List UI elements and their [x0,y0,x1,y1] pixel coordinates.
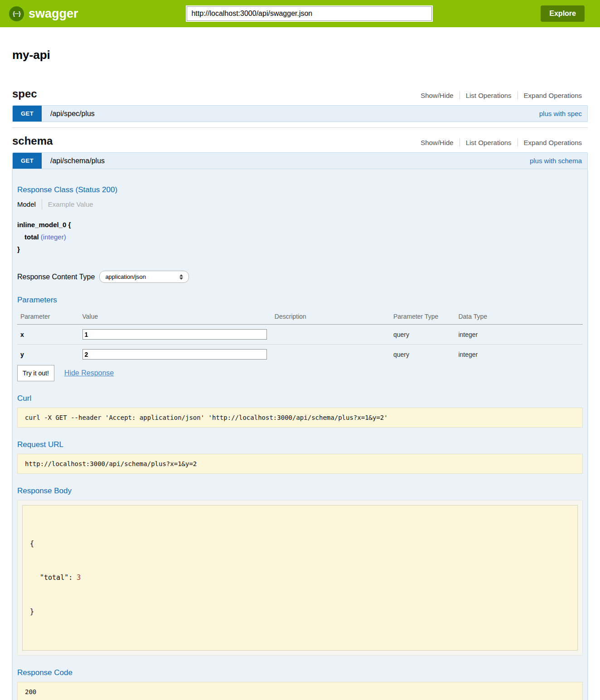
col-value: Value [82,311,275,325]
spec-show-hide-link[interactable]: Show/Hide [421,92,460,99]
schema-operation-path[interactable]: /api/schema/plus [50,157,105,165]
swagger-logo-icon: {···} [9,6,24,21]
get-method-badge: GET [13,106,42,122]
response-content-type-row: Response Content Type application/json [17,271,583,283]
model-tabs: Model Example Value [17,199,583,209]
explore-button[interactable]: Explore [541,5,585,22]
parameter-description [275,325,393,345]
spec-list-operations-link[interactable]: List Operations [460,92,518,99]
json-colon: : [68,574,77,582]
parameter-type: query [393,345,459,365]
col-data-type: Data Type [458,311,583,325]
section-divider [12,127,588,128]
curl-command: curl -X GET --header 'Accept: applicatio… [17,408,583,428]
schema-section-options: Show/Hide List Operations Expand Operati… [421,139,588,146]
parameter-name: x [17,325,82,345]
model-close-line: } [17,243,583,255]
parameter-type: query [393,325,459,345]
schema-operation-content: Response Class (Status 200) Model Exampl… [12,169,588,700]
parameter-row-y: y query integer [17,345,583,365]
topbar: {···} swagger Explore [0,0,600,27]
schema-section-title: schema [12,136,53,146]
json-value: 3 [77,574,81,582]
parameter-y-input[interactable] [82,349,267,360]
request-url-heading: Request URL [17,440,583,449]
model-property-line: total (integer) [17,231,583,243]
response-content-type-label: Response Content Type [17,273,95,281]
curl-heading: Curl [17,394,583,403]
parameter-value-cell [82,325,275,345]
spec-get-operation-row[interactable]: GET /api/spec/plus plus with spec [12,105,588,122]
request-url-value: http://localhost:3000/api/schema/plus?x=… [17,454,583,474]
spec-section: spec Show/Hide List Operations Expand Op… [12,88,588,122]
swagger-brand[interactable]: {···} swagger [9,6,78,21]
selected-content-type: application/json [105,273,146,280]
try-it-out-button[interactable]: Try it out! [17,365,54,381]
response-class-heading: Response Class (Status 200) [17,185,583,194]
get-method-badge: GET [13,153,42,169]
model-property-name: total [24,233,39,241]
parameters-heading: Parameters [17,296,583,305]
parameter-data-type: integer [458,325,583,345]
schema-section: schema Show/Hide List Operations Expand … [12,136,588,700]
col-description: Description [275,311,393,325]
spec-url-input[interactable] [186,5,433,22]
parameters-table: Parameter Value Description Parameter Ty… [17,311,583,364]
json-close-brace: } [30,606,570,617]
json-open-brace: { [30,538,570,549]
parameter-description [275,345,393,365]
model-signature: inline_model_0 { total (integer) } [17,219,583,255]
response-body: { "total": 3 } [17,500,583,656]
parameter-value-cell [82,345,275,365]
response-body-json: { "total": 3 } [22,505,578,651]
spec-operation-summary[interactable]: plus with spec [539,110,582,117]
spec-section-head: spec Show/Hide List Operations Expand Op… [12,88,588,99]
parameters-header-row: Parameter Value Description Parameter Ty… [17,311,583,325]
actions-row: Try it out! Hide Response [17,365,583,381]
col-parameter-type: Parameter Type [393,311,459,325]
parameter-name: y [17,345,82,365]
hide-response-link[interactable]: Hide Response [64,369,114,377]
response-content-type-select[interactable]: application/json [99,271,189,283]
schema-expand-operations-link[interactable]: Expand Operations [518,139,588,146]
col-parameter: Parameter [17,311,82,325]
schema-list-operations-link[interactable]: List Operations [460,139,518,146]
brand-name: swagger [29,8,78,20]
model-open-line: inline_model_0 { [17,219,583,231]
tab-model[interactable]: Model [17,199,42,209]
parameter-x-input[interactable] [82,329,267,340]
response-code-value: 200 [17,682,583,700]
schema-section-head: schema Show/Hide List Operations Expand … [12,136,588,146]
schema-get-operation-row[interactable]: GET /api/schema/plus plus with schema [12,152,588,169]
model-property-type: (integer) [41,233,66,241]
json-total-line: "total": 3 [30,572,570,583]
parameter-row-x: x query integer [17,325,583,345]
schema-show-hide-link[interactable]: Show/Hide [421,139,460,146]
parameter-data-type: integer [458,345,583,365]
spec-section-options: Show/Hide List Operations Expand Operati… [421,92,588,99]
json-key: "total" [40,574,68,582]
response-body-heading: Response Body [17,486,583,496]
main-content: my-api spec Show/Hide List Operations Ex… [0,48,600,700]
response-code-heading: Response Code [17,668,583,677]
select-arrows-icon [179,274,183,280]
page-title: my-api [12,48,588,62]
tab-example-value[interactable]: Example Value [42,199,99,209]
schema-operation-summary[interactable]: plus with schema [530,157,582,165]
spec-operation-path[interactable]: /api/spec/plus [50,110,95,118]
spec-section-title: spec [12,88,37,99]
spec-expand-operations-link[interactable]: Expand Operations [518,92,588,99]
